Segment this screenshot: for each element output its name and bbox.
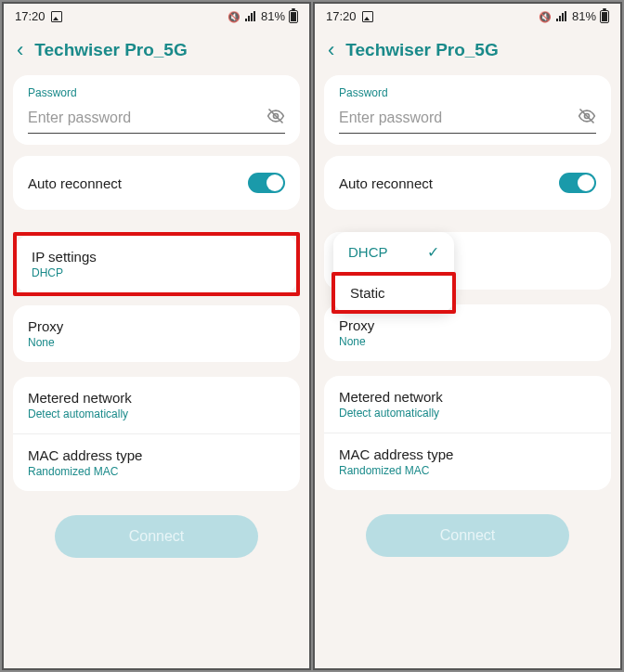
password-label: Password [339,86,596,99]
mac-value: Randomized MAC [28,465,285,478]
metered-value: Detect automatically [28,407,285,420]
password-label: Password [28,86,285,99]
metered-value: Detect automatically [339,407,596,420]
header: ‹ Techwiser Pro_5G [4,25,309,71]
connect-wrap: Connect [315,496,620,575]
visibility-off-icon[interactable] [266,107,285,129]
metered-title: Metered network [28,390,285,406]
picture-icon [51,11,62,22]
metered-row[interactable]: Metered network Detect automatically [13,377,300,433]
mac-row[interactable]: MAC address type Randomized MAC [13,433,300,491]
ip-settings-title: IP settings [32,249,281,265]
mac-value: Randomized MAC [339,464,596,477]
password-input[interactable] [339,110,578,126]
visibility-off-icon[interactable] [578,107,596,129]
network-block: Metered network Detect automatically MAC… [324,376,611,490]
mac-title: MAC address type [339,446,596,462]
dropdown-item-static[interactable]: Static [335,276,452,310]
battery-icon [600,10,609,23]
password-card: Password [13,75,300,145]
status-time: 17:20 [326,9,357,23]
connect-wrap: Connect [4,497,309,576]
phone-screen-left: 17:20 81% ‹ Techwiser Pro_5G Password Au… [2,2,311,670]
dropdown-static-highlight: Static [332,272,456,314]
metered-row[interactable]: Metered network Detect automatically [324,376,611,433]
proxy-title: Proxy [339,317,596,333]
picture-icon [362,11,373,22]
status-time: 17:20 [15,9,46,23]
mac-row[interactable]: MAC address type Randomized MAC [324,433,611,490]
password-card: Password [324,75,611,145]
proxy-row[interactable]: Proxy None [13,305,300,362]
auto-reconnect-row: Auto reconnect [324,156,611,210]
ip-settings-value: DHCP [32,266,281,279]
back-icon[interactable]: ‹ [17,38,23,62]
phone-screen-right: 17:20 81% ‹ Techwiser Pro_5G Password Au… [313,2,622,670]
dropdown-item-dhcp[interactable]: DHCP ✓ [333,232,454,272]
battery-percent: 81% [261,9,285,23]
ip-settings-block: DHCP ✓ Static [324,232,611,290]
battery-percent: 81% [572,9,596,23]
signal-icon [244,11,257,22]
auto-reconnect-toggle[interactable] [248,173,285,193]
ip-settings-dropdown: DHCP ✓ Static [333,232,454,312]
proxy-value: None [28,336,285,349]
password-input[interactable] [28,110,266,126]
signal-icon [555,11,568,22]
connect-button[interactable]: Connect [366,514,570,557]
header: ‹ Techwiser Pro_5G [315,25,620,71]
battery-icon [289,10,298,23]
mac-title: MAC address type [28,447,285,463]
auto-reconnect-row: Auto reconnect [13,156,300,210]
dropdown-static-label: Static [350,285,385,301]
proxy-value: None [339,335,596,348]
ip-settings-highlight: IP settings DHCP [13,232,300,296]
page-title: Techwiser Pro_5G [345,40,498,60]
page-title: Techwiser Pro_5G [34,40,187,60]
metered-title: Metered network [339,389,596,405]
ip-settings-row[interactable]: IP settings DHCP [17,236,296,292]
mute-icon [228,9,240,23]
back-icon[interactable]: ‹ [328,38,334,62]
auto-reconnect-toggle[interactable] [559,173,596,193]
status-bar: 17:20 81% [4,4,309,25]
check-icon: ✓ [427,243,439,261]
mute-icon [539,9,552,23]
proxy-title: Proxy [28,318,285,334]
auto-reconnect-label: Auto reconnect [339,175,433,191]
auto-reconnect-label: Auto reconnect [28,175,122,191]
network-block: Metered network Detect automatically MAC… [13,377,300,491]
connect-button[interactable]: Connect [55,515,259,558]
proxy-block: Proxy None [13,305,300,362]
status-bar: 17:20 81% [315,4,620,25]
dropdown-dhcp-label: DHCP [348,244,388,260]
